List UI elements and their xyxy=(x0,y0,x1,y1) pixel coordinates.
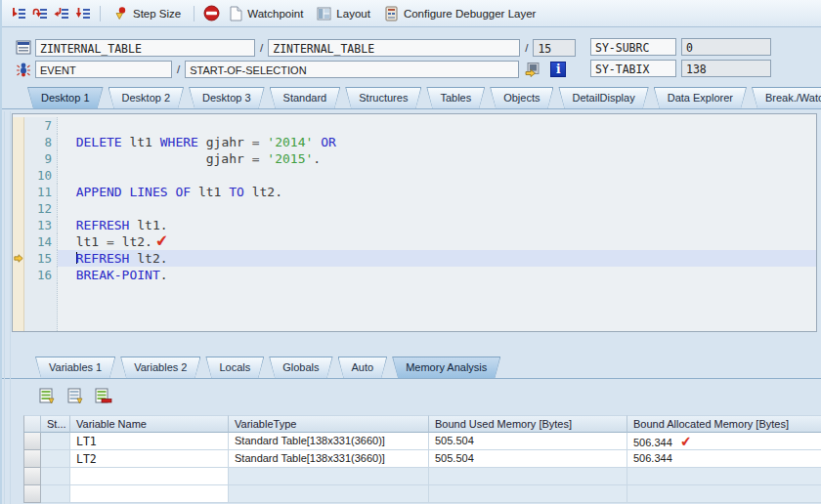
table-row[interactable] xyxy=(23,485,821,503)
tab-auto[interactable]: Auto xyxy=(338,357,388,378)
debugger-toolbar: Step Size Watchpoint Layout Configure De… xyxy=(2,0,821,27)
code-editor[interactable]: 78 DELETE lt1 WHERE gjahr = '2014' OR9 g… xyxy=(12,113,817,332)
code-line[interactable]: 16 BREAK-POINT. xyxy=(13,267,816,283)
column-header-st[interactable]: St... xyxy=(41,415,70,433)
table-row[interactable] xyxy=(23,468,821,485)
column-header-variabletype[interactable]: VariableType xyxy=(229,415,429,433)
table-row[interactable]: LT2Standard Table[138x331(3660)]505.5045… xyxy=(23,450,821,468)
column-header-variable-name[interactable]: Variable Name xyxy=(70,415,229,433)
used-memory-cell: 505.504 xyxy=(429,450,627,468)
info-icon[interactable]: i xyxy=(550,62,566,77)
breakpoint-gutter[interactable] xyxy=(13,150,24,167)
table-row[interactable]: LT1Standard Table[138x331(3660)]505.5045… xyxy=(23,433,821,450)
breakpoint-gutter[interactable] xyxy=(13,134,24,150)
select-all-cell[interactable] xyxy=(23,415,41,433)
breakpoint-gutter[interactable] xyxy=(13,117,24,134)
code-line[interactable]: 11 APPEND LINES OF lt1 TO lt2. xyxy=(13,184,816,200)
tab-desktop-1[interactable]: Desktop 1 xyxy=(27,87,104,108)
tab-detaildisplay[interactable]: DetailDisplay xyxy=(558,87,648,108)
sy-subrc-group: SY-SUBRC 0 xyxy=(590,38,771,56)
breakpoint-gutter[interactable] xyxy=(13,217,24,233)
row-selector[interactable] xyxy=(23,485,41,503)
table-toolbar xyxy=(2,385,821,406)
row-selector[interactable] xyxy=(23,468,41,485)
row-selector[interactable] xyxy=(23,450,41,468)
configure-debugger-layer-button[interactable]: Configure Debugger Layer xyxy=(377,4,543,23)
code-line[interactable]: 14 lt1 = lt2.✔ xyxy=(13,233,816,250)
breakpoint-gutter[interactable] xyxy=(13,233,24,250)
sy-subrc-value-field: 0 xyxy=(681,38,771,56)
change-view-button[interactable] xyxy=(65,387,85,405)
variable-type-cell xyxy=(229,485,429,503)
step-into-icon xyxy=(11,6,26,21)
code-line[interactable]: 10 xyxy=(13,167,816,184)
code-line[interactable]: 7 xyxy=(13,117,816,134)
variable-type-cell xyxy=(229,468,429,485)
tab-desktop-2[interactable]: Desktop 2 xyxy=(108,87,185,108)
event-field[interactable]: EVENT xyxy=(35,61,172,78)
goto-statement-icon[interactable] xyxy=(525,62,540,77)
line-number: 14 xyxy=(24,233,58,250)
sy-tabix-name-field[interactable]: SY-TABIX xyxy=(590,60,676,77)
code-text: BREAK-POINT. xyxy=(58,267,816,283)
code-line[interactable]: 8 DELETE lt1 WHERE gjahr = '2014' OR xyxy=(13,134,816,150)
tab-label: Data Explorer xyxy=(655,88,746,108)
used-memory-cell xyxy=(429,468,627,485)
tab-label: Memory Analysis xyxy=(393,357,499,378)
row-selector[interactable] xyxy=(23,433,41,450)
tab-memory-analysis[interactable]: Memory Analysis xyxy=(392,357,500,378)
line-number-field[interactable]: 15 xyxy=(533,39,576,57)
tab-label: Standard xyxy=(271,88,340,108)
step-into-button[interactable] xyxy=(8,4,29,23)
tab-data-explorer[interactable]: Data Explorer xyxy=(654,87,747,108)
continue-button[interactable] xyxy=(72,4,94,23)
breakpoint-gutter[interactable] xyxy=(13,167,24,184)
separator-slash: / xyxy=(177,63,180,75)
memory-analysis-table: St...Variable NameVariableTypeBound Used… xyxy=(23,415,821,503)
tab-variables-2[interactable]: Variables 2 xyxy=(120,357,200,378)
tab-variables-1[interactable]: Variables 1 xyxy=(35,357,115,378)
breakpoint-gutter[interactable] xyxy=(13,200,24,217)
layout-button[interactable]: Layout xyxy=(310,4,377,23)
include-field[interactable]: ZINTERNAL_TABLE xyxy=(268,39,520,57)
column-header-bound-allocated-memory-bytes[interactable]: Bound Allocated Memory [Bytes] xyxy=(627,415,821,433)
current-statement-arrow-icon[interactable] xyxy=(13,250,24,267)
line-number: 10 xyxy=(24,167,58,184)
tab-tables[interactable]: Tables xyxy=(426,87,485,108)
tab-structures[interactable]: Structures xyxy=(345,87,421,108)
step-size-button[interactable]: Step Size xyxy=(107,4,188,23)
tab-desktop-3[interactable]: Desktop 3 xyxy=(189,87,265,108)
line-number-column xyxy=(24,283,58,331)
tab-locals[interactable]: Locals xyxy=(205,357,264,378)
sy-subrc-name-field[interactable]: SY-SUBRC xyxy=(590,38,676,56)
tab-break-watchpoints[interactable]: Break./Watchpoints xyxy=(752,87,821,108)
tab-objects[interactable]: Objects xyxy=(490,87,553,108)
configure-debugger-layer-icon xyxy=(384,6,400,21)
watchpoint-button[interactable]: Watchpoint xyxy=(222,4,310,23)
used-memory-cell: 505.504 xyxy=(429,433,627,450)
breakpoint-gutter[interactable] xyxy=(13,184,24,200)
separator-slash: / xyxy=(525,42,528,54)
code-line[interactable]: 12 xyxy=(13,200,816,217)
breakpoint-gutter[interactable] xyxy=(13,267,24,283)
event-value-field[interactable]: START-OF-SELECTION xyxy=(185,61,519,78)
step-return-button[interactable] xyxy=(51,4,72,23)
red-check-icon: ✔ xyxy=(154,233,169,248)
remove-entry-button[interactable] xyxy=(94,387,113,405)
code-line[interactable]: 9 gjahr = '2015'. xyxy=(13,150,816,167)
tab-globals[interactable]: Globals xyxy=(269,357,332,378)
allocated-memory-cell xyxy=(627,468,821,485)
details-button[interactable] xyxy=(37,387,57,405)
tab-standard[interactable]: Standard xyxy=(270,87,341,108)
column-header-bound-used-memory-bytes[interactable]: Bound Used Memory [Bytes] xyxy=(429,415,627,433)
tab-label: Globals xyxy=(270,357,331,378)
status-cell xyxy=(41,450,70,468)
step-over-button[interactable] xyxy=(29,4,51,23)
code-text: REFRESH lt2. xyxy=(58,250,816,267)
program-field[interactable]: ZINTERNAL_TABLE xyxy=(35,39,255,57)
allocated-memory-cell: 506.344✔ xyxy=(627,433,821,450)
code-line[interactable]: 15 REFRESH lt2. xyxy=(13,250,816,267)
code-line[interactable]: 13 REFRESH lt1. xyxy=(13,217,816,233)
stop-debugger-button[interactable] xyxy=(200,4,222,23)
tab-label: Variables 1 xyxy=(36,357,114,378)
